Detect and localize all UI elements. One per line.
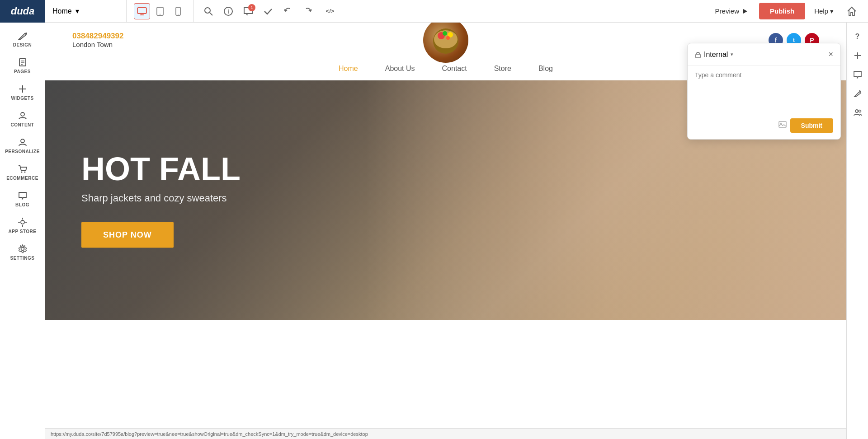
svg-line-8: [210, 13, 212, 15]
top-toolbar: duda Home ▾ i 1: [0, 0, 868, 23]
page-selector[interactable]: Home ▾: [45, 0, 127, 22]
svg-point-32: [859, 110, 861, 112]
svg-rect-40: [779, 121, 786, 127]
sidebar-item-blog[interactable]: BLOG: [2, 186, 43, 212]
sidebar-item-ecommerce[interactable]: ECOMMERCE: [2, 159, 43, 185]
sidebar-item-design[interactable]: DESIGN: [2, 26, 43, 52]
help-button[interactable]: Help ▾: [809, 4, 839, 19]
svg-point-31: [855, 110, 858, 112]
sidebar-item-widgets[interactable]: WIDGETS: [2, 79, 43, 105]
comment-close-button[interactable]: ×: [828, 50, 833, 59]
svg-point-41: [780, 123, 782, 124]
pages-icon: [18, 57, 28, 67]
home-button[interactable]: [843, 2, 861, 20]
right-help-button[interactable]: ?: [849, 28, 866, 45]
status-bar: https://my.duda.co/site/7d57995a/blog?pr…: [45, 428, 846, 439]
site-logo: [423, 23, 468, 63]
nav-blog[interactable]: Blog: [538, 65, 553, 73]
hero-subtitle: Sharp jackets and cozy sweaters: [81, 192, 241, 204]
hero-title: HOT FALL: [81, 153, 241, 185]
svg-point-21: [21, 172, 22, 173]
sidebar-item-settings[interactable]: SETTINGS: [2, 239, 43, 265]
site-contact-info: 038482949392 London Town: [72, 32, 123, 48]
svg-point-6: [178, 14, 179, 14]
hero-content: HOT FALL Sharp jackets and cozy sweaters…: [81, 153, 241, 248]
right-add-button[interactable]: [849, 47, 866, 64]
code-button[interactable]: </>: [319, 2, 341, 20]
redo-button[interactable]: [299, 2, 317, 20]
undo-button[interactable]: [279, 2, 297, 20]
right-sidebar: ?: [846, 23, 868, 439]
design-icon: [18, 31, 28, 41]
comment-popup-header: Internal ▾ ×: [688, 43, 840, 66]
svg-text:i: i: [227, 9, 229, 15]
svg-rect-0: [137, 8, 146, 14]
desktop-view-button[interactable]: [134, 3, 150, 19]
mobile-view-button[interactable]: [170, 3, 186, 19]
publish-button[interactable]: Publish: [759, 3, 805, 19]
comment-type-label: Internal: [704, 51, 728, 59]
svg-point-20: [21, 139, 24, 143]
logo-text: duda: [11, 5, 35, 17]
comment-type-selector[interactable]: Internal ▾: [695, 51, 733, 59]
svg-point-38: [446, 36, 450, 40]
lock-icon: [695, 51, 701, 58]
status-url: https://my.duda.co/site/7d57995a/blog?pr…: [51, 431, 368, 437]
check-button[interactable]: [259, 2, 277, 20]
sidebar-item-pages[interactable]: PAGES: [2, 53, 43, 79]
svg-point-19: [21, 112, 24, 116]
comments-button[interactable]: 1: [239, 2, 257, 20]
svg-point-28: [21, 248, 24, 251]
app-store-icon: [18, 217, 28, 227]
svg-marker-11: [743, 9, 747, 14]
comment-input[interactable]: [695, 71, 833, 107]
svg-point-23: [21, 220, 24, 224]
comments-badge: 1: [248, 4, 255, 11]
hero-cta-button[interactable]: SHOP NOW: [81, 222, 174, 248]
sidebar-item-personalize[interactable]: PERSONALIZE: [2, 133, 43, 159]
site-address: London Town: [72, 41, 123, 48]
nav-about[interactable]: About Us: [385, 65, 415, 73]
left-sidebar: DESIGN PAGES WIDGETS CONTENT PERSONALIZE…: [0, 23, 45, 439]
site-logo-image: [423, 23, 468, 63]
svg-point-12: [25, 33, 27, 34]
page-selector-chevron: ▾: [75, 7, 79, 15]
nav-home[interactable]: Home: [339, 65, 358, 73]
sidebar-item-app-store[interactable]: APP STORE: [2, 213, 43, 238]
right-users-button[interactable]: [849, 104, 866, 121]
info-button[interactable]: i: [219, 2, 237, 20]
comment-submit-button[interactable]: Submit: [790, 118, 833, 133]
svg-point-4: [160, 14, 160, 14]
widgets-icon: [18, 84, 28, 94]
current-page-label: Home: [52, 7, 72, 15]
comment-image-button[interactable]: [778, 121, 787, 130]
search-button[interactable]: [199, 2, 217, 20]
preview-label: Preview: [715, 7, 739, 15]
ecommerce-icon: [18, 164, 28, 174]
nav-store[interactable]: Store: [494, 65, 511, 73]
tablet-view-button[interactable]: [152, 3, 168, 19]
svg-point-22: [24, 172, 25, 173]
comment-footer: Submit: [688, 115, 840, 139]
right-comment-button[interactable]: [849, 66, 866, 83]
comment-type-chevron: ▾: [731, 51, 733, 57]
nav-contact[interactable]: Contact: [442, 65, 467, 73]
svg-point-7: [205, 8, 210, 13]
blog-icon: [18, 191, 28, 201]
duda-logo[interactable]: duda: [0, 0, 45, 23]
preview-button[interactable]: Preview: [708, 4, 755, 19]
right-edit-button[interactable]: [849, 85, 866, 102]
svg-rect-39: [696, 54, 700, 58]
svg-point-37: [443, 31, 447, 36]
toolbar-actions: i 1 </>: [194, 2, 701, 20]
site-phone: 038482949392: [72, 32, 123, 41]
toolbar-right: Preview Publish Help ▾: [701, 2, 868, 20]
comment-body: [688, 66, 840, 115]
settings-icon: [18, 244, 28, 254]
help-chevron: ▾: [830, 7, 834, 15]
content-icon: [18, 111, 28, 121]
comment-popup: Internal ▾ × Submit: [687, 43, 841, 140]
sidebar-item-content[interactable]: CONTENT: [2, 106, 43, 132]
personalize-icon: [18, 137, 28, 147]
device-switcher: [127, 0, 194, 22]
